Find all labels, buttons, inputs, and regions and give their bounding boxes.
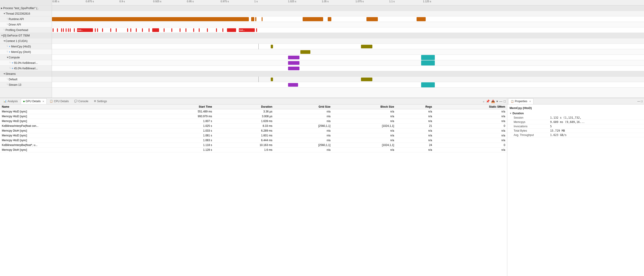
collapse-icon: ▼ bbox=[3, 12, 6, 15]
prof-bar[interactable] bbox=[110, 28, 111, 32]
sidebar-item-memcpy-dtoh[interactable]: └ ▼ MemCpy (DtoH) bbox=[0, 49, 52, 55]
kebilinear45-bar[interactable] bbox=[288, 67, 300, 70]
prof-bar[interactable] bbox=[216, 28, 217, 32]
prof-bar-label[interactable]: Inst... bbox=[77, 28, 93, 32]
sidebar-item-profiling[interactable]: └ Profiling Overhead bbox=[0, 27, 52, 33]
runtime-bar-2[interactable] bbox=[251, 17, 254, 21]
table-row[interactable]: Memcpy DtoH [sync] 1.033 s 6.289 ms n/a … bbox=[0, 128, 507, 133]
memcpy-dtoh-bar1[interactable] bbox=[300, 50, 310, 54]
timeline-area[interactable]: 0.85 s 0.875 s 0.9 s 0.925 s 0.95 s 0.97… bbox=[52, 0, 644, 98]
runtime-bar-8[interactable] bbox=[416, 17, 426, 21]
runtime-bar-7[interactable] bbox=[366, 17, 378, 21]
maximize-icon[interactable]: □ bbox=[504, 99, 506, 103]
runtime-bar-5[interactable] bbox=[303, 17, 323, 21]
prof-bar[interactable] bbox=[152, 28, 159, 32]
tab-settings[interactable]: ⚙ Settings bbox=[92, 98, 110, 104]
data-table[interactable]: Name Start Time Duration Grid Size Block… bbox=[0, 104, 507, 276]
highlight-icon[interactable]: 📌 bbox=[486, 99, 490, 103]
sidebar-item-compute[interactable]: ▼ Compute bbox=[0, 55, 52, 60]
prof-bar[interactable] bbox=[116, 28, 117, 32]
filter-tool-icon[interactable]: ⬦ bbox=[483, 99, 484, 103]
stream13-bar1[interactable] bbox=[288, 83, 298, 87]
prof-bar[interactable] bbox=[97, 28, 98, 32]
table-row[interactable]: Memcpy HtoD [sync] 993.979 ms 3.008 µs n… bbox=[0, 114, 507, 119]
sidebar-item-context[interactable]: ▼ Context 1 (CUDA) bbox=[0, 38, 52, 44]
prof-bar[interactable] bbox=[66, 28, 66, 32]
table-row[interactable]: Memcpy DtoH [sync] 1.128 s 1.6 ms n/a n/… bbox=[0, 148, 507, 152]
sidebar-item-process[interactable]: ▶ Process "test_GpuProfiler" (.. bbox=[0, 6, 52, 11]
memcpy-htod-bar2[interactable] bbox=[361, 45, 372, 48]
runtime-bar-main[interactable] bbox=[52, 17, 249, 21]
stream13-teal[interactable] bbox=[421, 82, 435, 87]
maximize-panel-icon[interactable]: □ bbox=[641, 100, 643, 103]
default-bar2[interactable] bbox=[361, 78, 372, 81]
prof-bar[interactable] bbox=[199, 28, 200, 32]
tab-analysis[interactable]: 📊 Analysis bbox=[1, 98, 20, 104]
prop-value: 9.689 ms (9,689,16... bbox=[550, 120, 642, 124]
prof-bar[interactable] bbox=[95, 28, 96, 32]
prof-bar[interactable] bbox=[74, 28, 75, 32]
sidebar-item-thread[interactable]: ▼ Thread 2522362816 bbox=[0, 11, 52, 17]
tab-properties[interactable]: 📋 Properties ✕ bbox=[508, 98, 534, 104]
sidebar-item-runtime[interactable]: └ Runtime API bbox=[0, 17, 52, 22]
sidebar-item-default[interactable]: └ Default bbox=[0, 77, 52, 82]
kebilinear55-teal[interactable] bbox=[421, 61, 435, 66]
compute-bar2[interactable] bbox=[421, 55, 435, 60]
tab-gpu-details[interactable]: ■ GPU Details ✕ bbox=[21, 98, 47, 104]
table-row[interactable]: Memcpy HtoD [sync] 551.489 ms 3.36 µs n/… bbox=[0, 109, 507, 114]
memcpy-htod-bar1[interactable] bbox=[271, 45, 273, 48]
prof-bar[interactable] bbox=[256, 28, 257, 32]
tab-cpu-details[interactable]: 📋 CPU Details bbox=[47, 98, 71, 104]
prof-bar-label2[interactable]: Inst... bbox=[239, 28, 255, 32]
export-icon[interactable]: 📤 bbox=[491, 99, 495, 103]
default-bar1[interactable] bbox=[271, 78, 273, 81]
sidebar-item-stream13[interactable]: └ Stream 13 bbox=[0, 82, 52, 88]
prof-bar[interactable] bbox=[148, 28, 150, 32]
sidebar-item-memcpy-htod[interactable]: └ ▼ MemCpy (HtoD) bbox=[0, 44, 52, 49]
sidebar-item-kebilinear45[interactable]: └ ▼ 45.0% KeBilinearl... bbox=[0, 66, 52, 71]
sidebar-item-kebilinear55[interactable]: └ ▼ 55.0% KeBilinearl... bbox=[0, 60, 52, 66]
prof-bar[interactable] bbox=[142, 28, 143, 32]
runtime-bar-6[interactable] bbox=[328, 17, 331, 21]
table-row[interactable]: Memcpy HtoD [sync] 1.083 s 6.444 ms n/a … bbox=[0, 138, 507, 143]
prof-bar[interactable] bbox=[68, 28, 69, 32]
dropdown-icon[interactable]: ▾ bbox=[496, 99, 498, 103]
prof-bar[interactable] bbox=[227, 28, 236, 32]
minimize-panel-icon[interactable]: — bbox=[638, 100, 640, 103]
cell-regs: n/a bbox=[396, 119, 434, 124]
sidebar-item-geforce[interactable]: ▼ [0] GeForce GT 750M bbox=[0, 33, 52, 38]
prof-bar[interactable] bbox=[130, 28, 131, 32]
prop-section-header-duration[interactable]: ▼ Duration bbox=[507, 111, 644, 116]
tab-close-props[interactable]: ✕ bbox=[529, 100, 531, 103]
runtime-bar-3[interactable] bbox=[255, 17, 256, 21]
prof-bar[interactable] bbox=[136, 28, 137, 32]
minimize-icon[interactable]: — bbox=[499, 99, 502, 103]
prof-bar[interactable] bbox=[207, 28, 208, 32]
tab-label: Analysis bbox=[8, 100, 18, 103]
tab-close-icon[interactable]: ✕ bbox=[42, 100, 44, 103]
prof-bar[interactable] bbox=[186, 28, 186, 32]
table-row[interactable]: Memcpy HtoD [sync] 1.007 s 1.639 ms n/a … bbox=[0, 119, 507, 124]
prof-bar[interactable] bbox=[70, 28, 71, 32]
prof-bar[interactable] bbox=[171, 28, 172, 32]
prof-bar[interactable] bbox=[193, 28, 194, 32]
runtime-bar-4[interactable] bbox=[262, 17, 262, 21]
compute-bar1[interactable] bbox=[288, 56, 300, 59]
properties-tabs: 📋 Properties ✕ — □ bbox=[507, 98, 644, 104]
prof-bar[interactable] bbox=[127, 28, 128, 32]
table-row[interactable]: KeBilinearInterpBw(float*, u... 1.118 s … bbox=[0, 143, 507, 148]
prof-bar[interactable] bbox=[164, 28, 164, 32]
prof-bar[interactable] bbox=[53, 28, 54, 32]
prof-bar[interactable] bbox=[57, 28, 58, 32]
table-row[interactable]: KeBilinearInterpFw(float con... 1.025 s … bbox=[0, 124, 507, 128]
prof-bar[interactable] bbox=[102, 28, 103, 32]
prof-bar[interactable] bbox=[63, 28, 64, 32]
tab-console[interactable]: 💬 Console bbox=[72, 98, 91, 104]
prof-bar[interactable] bbox=[180, 28, 180, 32]
prof-bar[interactable] bbox=[222, 28, 223, 32]
sidebar-item-streams[interactable]: ▼ Streams bbox=[0, 71, 52, 77]
prof-bar[interactable] bbox=[61, 28, 62, 32]
table-row[interactable]: Memcpy HtoD [sync] 1.081 s 1.601 ms n/a … bbox=[0, 133, 507, 138]
kebilinear55-bar[interactable] bbox=[288, 61, 300, 65]
sidebar-item-driver[interactable]: └ Driver API bbox=[0, 22, 52, 27]
